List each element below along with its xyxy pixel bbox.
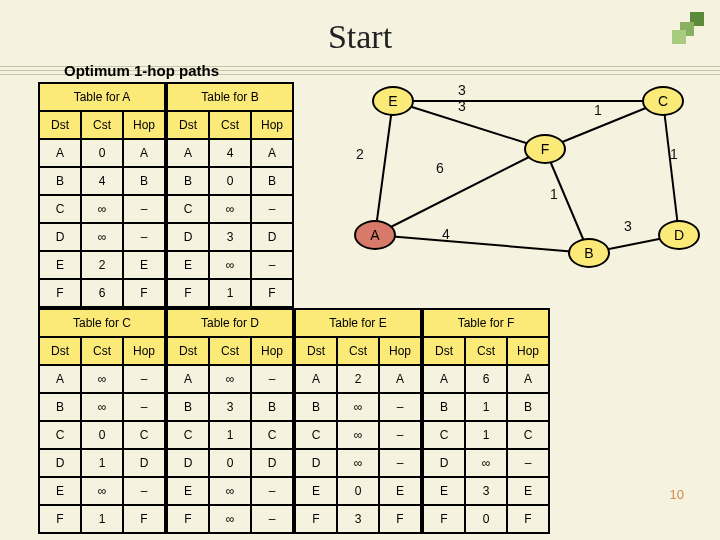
table-row: F6F [39, 279, 165, 307]
table-row: B∞– [295, 393, 421, 421]
table-row: B4B [39, 167, 165, 195]
table-row: D∞– [295, 449, 421, 477]
table-row: F3F [295, 505, 421, 533]
col-header: Dst [39, 337, 81, 365]
routing-table-C: Table for CDstCstHopA∞–B∞–C0CD1DE∞–F1F [38, 308, 166, 534]
table-row: E∞– [39, 477, 165, 505]
col-header: Cst [337, 337, 379, 365]
node-D: D [658, 220, 700, 250]
col-header: Dst [39, 111, 81, 139]
edge-weight-E-C: 3 [458, 82, 466, 98]
table-caption: Table for C [39, 309, 165, 337]
tables-row-top: Table for ADstCstHopA0AB4BC∞–D∞–E2EF6FTa… [38, 82, 294, 308]
edge-C-D [663, 101, 679, 235]
table-row: B0B [167, 167, 293, 195]
page-number: 10 [670, 487, 684, 502]
col-header: Hop [379, 337, 421, 365]
table-row: C0C [39, 421, 165, 449]
edge-weight-E-A: 2 [356, 146, 364, 162]
col-header: Cst [209, 337, 251, 365]
network-graph: ECADFB 323641113 [340, 80, 690, 290]
table-row: E∞– [167, 251, 293, 279]
table-row: C∞– [295, 421, 421, 449]
table-caption: Table for F [423, 309, 549, 337]
table-row: C∞– [167, 195, 293, 223]
table-row: F1F [167, 279, 293, 307]
routing-table-F: Table for FDstCstHopA6AB1BC1CD∞–E3EF0F [422, 308, 550, 534]
table-row: C1C [423, 421, 549, 449]
col-header: Dst [423, 337, 465, 365]
routing-table-A: Table for ADstCstHopA0AB4BC∞–D∞–E2EF6F [38, 82, 166, 308]
routing-table-D: Table for DDstCstHopA∞–B3BC1CD0DE∞–F∞– [166, 308, 294, 534]
col-header: Hop [123, 337, 165, 365]
table-row: A∞– [167, 365, 293, 393]
edge-weight-F-B: 1 [550, 186, 558, 202]
table-row: B1B [423, 393, 549, 421]
edge-A-B [375, 235, 589, 253]
table-row: D∞– [39, 223, 165, 251]
table-row: F∞– [167, 505, 293, 533]
table-row: B3B [167, 393, 293, 421]
table-row: F1F [39, 505, 165, 533]
table-row: A∞– [39, 365, 165, 393]
table-row: A2A [295, 365, 421, 393]
page-subtitle: Optimum 1-hop paths [64, 62, 219, 79]
edge-weight-A-B: 4 [442, 226, 450, 242]
table-row: E0E [295, 477, 421, 505]
tables-row-bottom: Table for CDstCstHopA∞–B∞–C0CD1DE∞–F1FTa… [38, 308, 550, 534]
table-caption: Table for E [295, 309, 421, 337]
node-C: C [642, 86, 684, 116]
col-header: Cst [465, 337, 507, 365]
table-row: B∞– [39, 393, 165, 421]
table-row: A0A [39, 139, 165, 167]
table-row: E∞– [167, 477, 293, 505]
edge-weight-C-D: 1 [670, 146, 678, 162]
edge-weight-A-F: 6 [436, 160, 444, 176]
node-E: E [372, 86, 414, 116]
table-row: F0F [423, 505, 549, 533]
col-header: Dst [167, 337, 209, 365]
col-header: Dst [167, 111, 209, 139]
table-row: D0D [167, 449, 293, 477]
routing-table-B: Table for BDstCstHopA4AB0BC∞–D3DE∞–F1F [166, 82, 294, 308]
col-header: Cst [209, 111, 251, 139]
table-row: D3D [167, 223, 293, 251]
page-title: Start [0, 0, 720, 60]
table-row: D∞– [423, 449, 549, 477]
col-header: Dst [295, 337, 337, 365]
edge-weight-F-C: 1 [594, 102, 602, 118]
node-F: F [524, 134, 566, 164]
col-header: Hop [123, 111, 165, 139]
col-header: Cst [81, 111, 123, 139]
table-row: E3E [423, 477, 549, 505]
table-row: C1C [167, 421, 293, 449]
col-header: Hop [251, 111, 293, 139]
routing-table-E: Table for EDstCstHopA2AB∞–C∞–D∞–E0EF3F [294, 308, 422, 534]
table-caption: Table for A [39, 83, 165, 111]
node-A: A [354, 220, 396, 250]
table-row: C∞– [39, 195, 165, 223]
corner-decor-icon [672, 12, 704, 44]
node-B: B [568, 238, 610, 268]
edge-E-A [375, 101, 393, 235]
table-row: A6A [423, 365, 549, 393]
edge-weight-E-F: 3 [458, 98, 466, 114]
edge-A-F [375, 149, 545, 235]
col-header: Cst [81, 337, 123, 365]
edge-weight-B-D: 3 [624, 218, 632, 234]
edge-E-F [393, 101, 545, 149]
col-header: Hop [251, 337, 293, 365]
table-row: A4A [167, 139, 293, 167]
table-caption: Table for D [167, 309, 293, 337]
table-row: E2E [39, 251, 165, 279]
col-header: Hop [507, 337, 549, 365]
table-row: D1D [39, 449, 165, 477]
table-caption: Table for B [167, 83, 293, 111]
